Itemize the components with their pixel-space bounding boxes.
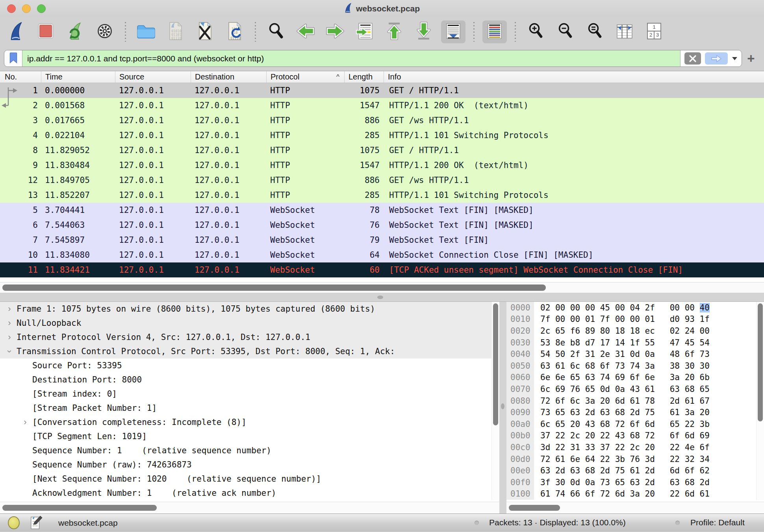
column-header-info[interactable]: Info (384, 71, 764, 83)
detail-line[interactable]: [TCP Segment Len: 1019] (0, 429, 499, 443)
packet-list-hscrollbar[interactable] (0, 282, 764, 293)
chevron-expanded-icon[interactable]: › (2, 346, 17, 357)
zoom-out-button[interactable] (553, 20, 578, 43)
open-file-button[interactable] (134, 20, 158, 43)
detail-line[interactable]: Sequence Number: 1 (relative sequence nu… (0, 443, 499, 458)
details-vscroll-thumb[interactable] (493, 303, 498, 425)
resize-columns-button[interactable] (612, 20, 637, 43)
hex-row[interactable]: 00a06c 65 20 43 68 72 6f 6d 65 22 3b (506, 418, 764, 430)
packet-row[interactable]: 911.830484127.0.0.1127.0.0.1HTTP1547HTTP… (0, 158, 764, 173)
stop-capture-button[interactable] (33, 20, 58, 43)
hex-row[interactable]: 00202c 65 f6 89 80 18 18 ec 02 24 00 (506, 325, 764, 337)
packet-row[interactable]: 30.017665127.0.0.1127.0.0.1HTTP886GET /w… (0, 113, 764, 128)
packet-row[interactable]: 53.704441127.0.0.1127.0.0.1WebSocket78We… (0, 203, 764, 218)
hex-row[interactable]: 008072 6f 6c 3a 20 6d 61 78 2d 61 67 (506, 395, 764, 407)
hex-row[interactable]: 00c03d 22 31 33 37 22 2c 20 22 4e 6f (506, 441, 764, 453)
detail-line[interactable]: Acknowledgment Number: 1 (relative ack n… (0, 486, 499, 500)
column-header-length[interactable]: Length (344, 71, 384, 83)
pane-splitter-vertical[interactable] (499, 302, 506, 514)
hex-bytes[interactable]: 63 61 6c 68 6f 73 74 3a 38 30 30 (540, 361, 710, 371)
restart-capture-button[interactable] (63, 20, 87, 43)
chevron-collapsed-icon[interactable]: › (2, 318, 17, 328)
details-hscrollbar[interactable] (0, 502, 499, 514)
hex-hscroll-thumb[interactable] (509, 505, 560, 511)
close-window-button[interactable] (7, 4, 16, 13)
hex-vscrollbar[interactable] (756, 302, 764, 500)
detail-line[interactable]: ›Internet Protocol Version 4, Src: 127.0… (0, 330, 499, 344)
filter-bookmark-button[interactable] (4, 50, 22, 66)
details-vscrollbar[interactable] (491, 302, 499, 500)
detail-line[interactable]: ›Transmission Control Protocol, Src Port… (0, 344, 499, 358)
splitter-handle[interactable] (501, 403, 504, 409)
filter-dropdown-caret[interactable] (732, 55, 738, 62)
hex-bytes[interactable]: 73 65 63 2d 63 68 2d 75 61 3a 20 (540, 408, 710, 417)
hex-hscrollbar[interactable] (506, 502, 764, 514)
hex-bytes[interactable]: 53 8e b8 d7 17 14 1f 55 47 45 54 (540, 338, 710, 347)
hex-row[interactable]: 00606e 6e 65 63 74 69 6f 6e 3a 20 6b (506, 372, 764, 384)
detail-line[interactable]: [Next Sequence Number: 1020 (relative se… (0, 472, 499, 486)
hex-bytes[interactable]: 72 61 6e 64 22 3b 76 3d 22 32 34 (540, 454, 710, 464)
layout-chooser-button[interactable]: 123 (642, 20, 666, 43)
colorize-toggle[interactable] (482, 20, 507, 43)
column-header-protocol[interactable]: Protocol^ (266, 71, 344, 83)
detail-line[interactable]: ›[Conversation completeness: Incomplete … (0, 415, 499, 429)
hex-row[interactable]: 00d072 61 6e 64 22 3b 76 3d 22 32 34 (506, 453, 764, 465)
go-last-button[interactable] (412, 20, 436, 43)
go-first-button[interactable] (382, 20, 406, 43)
detail-line[interactable]: Source Port: 53395 (0, 358, 499, 373)
packet-list-hscroll-thumb[interactable] (2, 284, 546, 291)
detail-line[interactable]: Sequence Number (raw): 742636873 (0, 458, 499, 472)
packet-row[interactable]: 77.545897127.0.0.1127.0.0.1WebSocket79We… (0, 233, 764, 248)
packet-row[interactable]: 20.001568127.0.0.1127.0.0.1HTTP1547HTTP/… (0, 98, 764, 113)
detail-line[interactable]: [Stream index: 0] (0, 387, 499, 401)
hex-bytes[interactable]: 3d 22 31 33 37 22 2c 20 22 4e 6f (540, 443, 710, 452)
go-back-button[interactable] (293, 20, 318, 43)
packet-row[interactable]: 1011.834080127.0.0.1127.0.0.1WebSocket64… (0, 248, 764, 262)
packet-row[interactable]: 10.000000127.0.0.1127.0.0.1HTTP1075GET /… (0, 83, 764, 98)
column-header-destination[interactable]: Destination (191, 71, 266, 83)
zoom-in-button[interactable] (524, 20, 548, 43)
save-file-button[interactable]: 010100110101110 (163, 20, 188, 43)
splitter-handle[interactable] (377, 296, 383, 299)
go-forward-button[interactable] (323, 20, 347, 43)
find-packet-button[interactable] (264, 20, 288, 43)
hex-row[interactable]: 009073 65 63 2d 63 68 2d 75 61 3a 20 (506, 406, 764, 418)
packet-row[interactable]: 1111.834421127.0.0.1127.0.0.1WebSocket60… (0, 262, 764, 277)
hex-vscroll-thumb[interactable] (758, 303, 763, 421)
profile-status[interactable]: Profile: Default (690, 518, 745, 527)
capture-comments-button[interactable] (30, 515, 43, 530)
go-to-packet-button[interactable] (352, 20, 377, 43)
packet-row[interactable]: 40.022104127.0.0.1127.0.0.1HTTP285HTTP/1… (0, 128, 764, 143)
close-file-button[interactable] (193, 20, 217, 43)
chevron-collapsed-icon[interactable]: › (18, 417, 32, 427)
packet-row[interactable]: 67.544063127.0.0.1127.0.0.1WebSocket76We… (0, 218, 764, 233)
chevron-collapsed-icon[interactable]: › (2, 332, 17, 342)
packet-row[interactable]: 1211.849705127.0.0.1127.0.0.1HTTP886GET … (0, 173, 764, 188)
hex-bytes[interactable]: 72 6f 6c 3a 20 6d 61 78 2d 61 67 (540, 396, 710, 406)
display-filter-field[interactable]: ip.addr == 127.0.0.1 and tcp.port==8000 … (4, 50, 742, 67)
hex-bytes[interactable]: 6e 6e 65 63 74 69 6f 6e 3a 20 6b (540, 373, 710, 382)
hex-bytes[interactable]: 3f 30 0d 0a 73 65 63 2d 63 68 2d (540, 478, 710, 487)
column-header-source[interactable]: Source (115, 71, 191, 83)
maximize-window-button[interactable] (37, 4, 46, 13)
detail-line[interactable]: [Stream Packet Number: 1] (0, 401, 499, 415)
hex-row[interactable]: 005063 61 6c 68 6f 73 74 3a 38 30 30 (506, 360, 764, 372)
packet-row[interactable]: 1311.852207127.0.0.1127.0.0.1HTTP285HTTP… (0, 188, 764, 203)
hex-row[interactable]: 00706c 69 76 65 0d 0a 43 61 63 68 65 (506, 383, 764, 395)
hex-bytes[interactable]: 37 22 2c 20 22 43 68 72 6f 6d 69 (540, 431, 710, 440)
hex-bytes[interactable]: 63 2d 63 68 2d 75 61 2d 6d 6f 62 (540, 466, 710, 475)
add-filter-button[interactable]: + (742, 51, 760, 66)
hex-bytes[interactable]: 7f 00 00 01 7f 00 00 01 d0 93 1f (540, 314, 710, 324)
hex-bytes[interactable]: 54 50 2f 31 2e 31 0d 0a 48 6f 73 (540, 349, 710, 359)
column-header-time[interactable]: Time (41, 71, 115, 83)
capture-options-button[interactable] (93, 20, 117, 43)
details-hscroll-thumb[interactable] (2, 505, 157, 511)
hex-row[interactable]: 00f03f 30 0d 0a 73 65 63 2d 63 68 2d (506, 477, 764, 488)
hex-bytes[interactable]: 6c 69 76 65 0d 0a 43 61 63 68 65 (540, 384, 710, 394)
selected-byte[interactable]: 40 (700, 303, 710, 312)
display-filter-input[interactable]: ip.addr == 127.0.0.1 and tcp.port==8000 … (22, 54, 680, 63)
detail-line[interactable]: ›Frame 1: 1075 bytes on wire (8600 bits)… (0, 302, 499, 316)
hex-row[interactable]: 00e063 2d 63 68 2d 75 61 2d 6d 6f 62 (506, 465, 764, 477)
hex-bytes[interactable]: 61 74 66 6f 72 6d 3a 20 22 6d 61 (540, 489, 710, 499)
reload-file-button[interactable]: 101011001110 (223, 20, 247, 43)
